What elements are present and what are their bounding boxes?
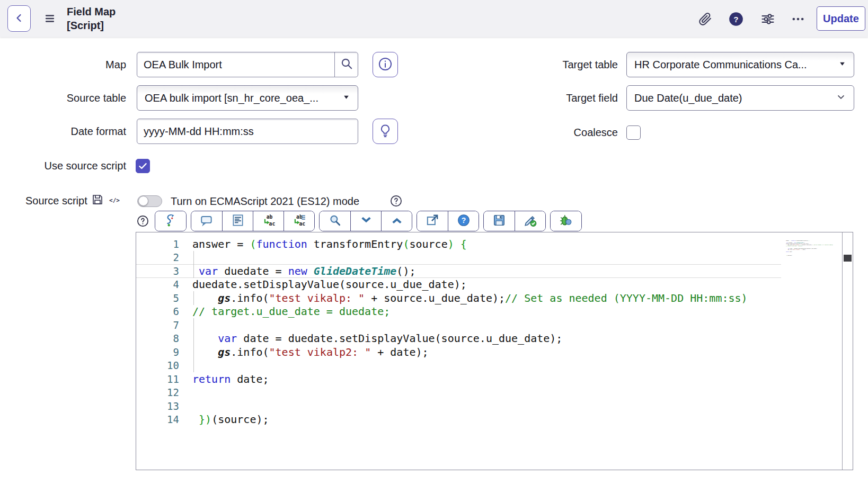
svg-text:</>: </> xyxy=(109,197,120,204)
format-code-icon xyxy=(231,213,245,229)
toolbar-toggle-comment-button[interactable] xyxy=(191,211,222,231)
find-previous-icon xyxy=(390,213,404,229)
code-line-2[interactable]: 2 xyxy=(136,251,842,265)
toolbar-replace-button[interactable]: abac xyxy=(253,211,284,231)
code-line-5[interactable]: 5 gs.info("test vikalp: " + source.u_due… xyxy=(136,291,842,305)
code-text: })(source); xyxy=(786,255,792,256)
code-text: answer = (function transformEntry(source… xyxy=(192,238,467,250)
code-line-3[interactable]: 3 var duedate = new GlideDateTime(); xyxy=(136,264,842,278)
toolbar-group: abacabac xyxy=(191,211,315,231)
toolbar-open-in-new-window-button[interactable] xyxy=(417,211,448,231)
es12-mode-toggle[interactable] xyxy=(137,195,162,207)
line-number: 14 xyxy=(136,414,179,425)
toolbar-save-and-validate-button[interactable] xyxy=(515,211,545,231)
target-field-value: Due Date(u_due_date) xyxy=(634,92,742,104)
code-text: var duedate = new GlideDateTime(); xyxy=(192,265,415,277)
editor-scrollbar[interactable] xyxy=(842,232,853,470)
page-title: Field Map [Script] xyxy=(67,5,116,32)
script-editor[interactable]: 1answer = (function transformEntry(sourc… xyxy=(136,232,853,470)
target-field-select[interactable]: Due Date(u_due_date) xyxy=(626,85,854,111)
line-number: 1 xyxy=(136,238,179,250)
toolbar-debug-button[interactable] xyxy=(551,211,581,231)
field-map-script-form: Field Map [Script] ? Update Map Source xyxy=(0,0,868,485)
target-table-value: HR Corporate Communications Ca... xyxy=(634,59,807,71)
toolbar-find-previous-button[interactable] xyxy=(381,211,412,231)
svg-text:ac: ac xyxy=(269,221,275,227)
personalize-form-icon[interactable] xyxy=(760,12,775,26)
code-line-1[interactable]: 1answer = (function transformEntry(sourc… xyxy=(136,237,842,251)
toolbar-save-button[interactable] xyxy=(484,211,515,231)
coalesce-checkbox[interactable] xyxy=(626,125,641,140)
line-number: 7 xyxy=(136,319,179,331)
save-script-icon[interactable] xyxy=(91,193,104,208)
code-line-12[interactable]: 12 xyxy=(136,386,842,400)
svg-text:ac: ac xyxy=(299,221,305,227)
indent-guide xyxy=(193,318,194,332)
save-icon xyxy=(492,213,506,229)
line-number: 2 xyxy=(136,252,179,263)
date-format-hint-button[interactable] xyxy=(373,119,398,144)
line-number: 11 xyxy=(136,373,179,385)
code-line-6[interactable]: 6// target.u_due_date = duedate; xyxy=(136,305,842,319)
toggle-comment-icon xyxy=(200,213,214,229)
map-input[interactable] xyxy=(137,52,334,77)
replace-all-icon: abac xyxy=(293,213,306,229)
source-table-select[interactable]: OEA bulk import [sn_hr_core_oea_... xyxy=(137,85,358,111)
toolbar-editor-help-button[interactable]: ? xyxy=(448,211,479,231)
map-label: Map xyxy=(0,52,126,77)
toolbar-replace-all-button[interactable]: abac xyxy=(284,211,314,231)
back-button[interactable] xyxy=(7,5,31,32)
line-number: 9 xyxy=(136,346,179,358)
svg-text:ab: ab xyxy=(266,214,272,220)
toolbar-format-code-button[interactable] xyxy=(222,211,253,231)
line-number: 8 xyxy=(136,333,179,344)
date-format-label: Date format xyxy=(0,119,126,144)
map-lookup-button[interactable] xyxy=(334,52,358,77)
code-line-14[interactable]: 14 })(source); xyxy=(136,413,842,427)
line-number: 10 xyxy=(136,360,179,371)
lightbulb-icon xyxy=(378,123,393,140)
toolbar-find-next-button[interactable] xyxy=(350,211,381,231)
code-line-9[interactable]: 9 gs.info("test vikalp2: " + date); xyxy=(136,345,842,359)
code-line-13[interactable]: 13 xyxy=(136,399,842,413)
source-table-value: OEA bulk import [sn_hr_core_oea_... xyxy=(145,92,318,104)
es12-help-icon[interactable] xyxy=(390,195,402,207)
map-info-button[interactable] xyxy=(373,52,398,77)
help-icon[interactable]: ? xyxy=(729,12,743,26)
code-text: })(source); xyxy=(192,413,269,426)
form-context-menu-icon[interactable] xyxy=(43,12,56,25)
code-text: // target.u_due_date = duedate; xyxy=(192,305,390,318)
svg-text:?: ? xyxy=(461,216,466,224)
indent-guide xyxy=(193,251,194,265)
code-line-10[interactable]: 10 xyxy=(136,359,842,373)
dropdown-arrow-icon xyxy=(838,60,846,69)
code-text: var date = duedate.setDisplayValue(sourc… xyxy=(192,332,562,345)
code-text: gs.info("test vikalp: " + source.u_due_d… xyxy=(192,292,748,304)
indent-guide xyxy=(193,345,194,359)
toolbar-group xyxy=(319,211,412,231)
editor-scrollbar-thumb[interactable] xyxy=(844,255,852,262)
use-source-script-checkbox[interactable] xyxy=(136,159,150,173)
more-options-icon[interactable] xyxy=(791,12,805,26)
target-field-label: Target field xyxy=(477,85,618,111)
date-format-input[interactable] xyxy=(137,119,358,143)
update-button[interactable]: Update xyxy=(817,6,865,31)
toolbar-syntax-check-button[interactable] xyxy=(155,211,186,231)
date-format-field xyxy=(137,119,358,144)
toolbar-search-button[interactable] xyxy=(320,211,350,231)
code-line-7[interactable]: 7 xyxy=(136,318,842,332)
coalesce-label: Coalesce xyxy=(477,125,618,140)
code-icon[interactable]: </> xyxy=(108,193,121,208)
editor-toolbar-help-icon[interactable] xyxy=(137,215,149,227)
indent-guide xyxy=(193,291,194,305)
attachment-icon[interactable] xyxy=(698,12,713,26)
code-line-8[interactable]: 8 var date = duedate.setDisplayValue(sou… xyxy=(136,332,842,346)
code-line-4[interactable]: 4duedate.setDisplayValue(source.u_due_da… xyxy=(136,278,842,292)
target-table-select[interactable]: HR Corporate Communications Ca... xyxy=(626,52,854,77)
search-icon xyxy=(328,213,342,229)
info-icon xyxy=(378,57,393,73)
toggle-knob xyxy=(138,196,148,206)
line-number: 5 xyxy=(136,292,179,304)
line-number: 6 xyxy=(136,306,179,317)
code-line-11[interactable]: 11return date; xyxy=(136,372,842,386)
